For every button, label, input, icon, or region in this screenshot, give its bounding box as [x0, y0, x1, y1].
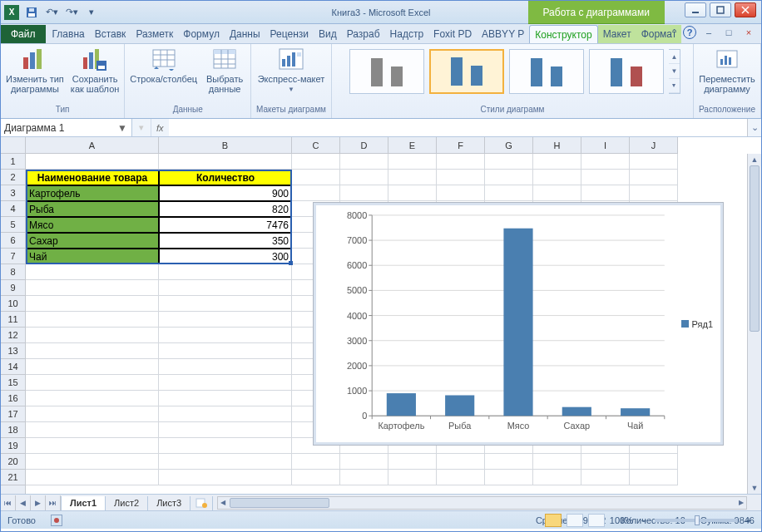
mdi-close-icon[interactable]: × [741, 27, 756, 38]
tab-Данны[interactable]: Данны [225, 25, 265, 43]
cell-B7[interactable]: 300 [159, 249, 292, 264]
tab-Формул[interactable]: Формул [178, 25, 225, 43]
sheet-nav-next-icon[interactable]: ▶ [31, 495, 46, 510]
row-header-21[interactable]: 21 [1, 470, 25, 485]
cell-J20[interactable] [630, 454, 678, 470]
row-header-17[interactable]: 17 [1, 406, 25, 422]
name-box[interactable]: Диаграмма 1 ▼ [1, 119, 132, 136]
cell-A18[interactable] [26, 422, 159, 438]
scroll-down-icon[interactable]: ▼ [748, 482, 761, 494]
row-header-13[interactable]: 13 [1, 343, 25, 359]
cell-I2[interactable] [581, 170, 630, 185]
cell-B2[interactable]: Количество [159, 170, 292, 185]
vertical-scrollbar[interactable]: ▲ ▼ [747, 154, 761, 494]
tab-Foxit PD[interactable]: Foxit PD [428, 25, 477, 43]
cell-B16[interactable] [159, 391, 292, 406]
row-header-6[interactable]: 6 [1, 233, 25, 249]
cell-B17[interactable] [159, 406, 292, 422]
row-header-10[interactable]: 10 [1, 296, 25, 312]
cell-C2[interactable] [292, 170, 340, 185]
cell-B19[interactable] [159, 438, 292, 454]
cell-F3[interactable] [437, 185, 485, 201]
cell-E21[interactable] [388, 470, 437, 485]
formula-input[interactable] [169, 119, 747, 136]
cell-B20[interactable] [159, 454, 292, 470]
new-sheet-button[interactable] [190, 496, 213, 511]
zoom-slider[interactable] [655, 519, 738, 522]
mdi-restore-icon[interactable]: □ [721, 27, 736, 38]
tab-Вид[interactable]: Вид [314, 25, 342, 43]
cell-H21[interactable] [533, 470, 581, 485]
cell-B10[interactable] [159, 296, 292, 312]
cell-B1[interactable] [159, 154, 292, 170]
cell-A21[interactable] [26, 470, 159, 485]
row-header-18[interactable]: 18 [1, 422, 25, 438]
hscroll-left-icon[interactable]: ◀ [218, 497, 228, 509]
cell-C21[interactable] [292, 470, 340, 485]
cell-B14[interactable] [159, 359, 292, 375]
col-header-J[interactable]: J [630, 137, 678, 153]
cell-B3[interactable]: 900 [159, 185, 292, 201]
select-all-corner[interactable] [1, 137, 26, 154]
tab-Главна[interactable]: Главна [47, 25, 90, 43]
cell-A1[interactable] [26, 154, 159, 170]
chart-style-3[interactable] [509, 49, 584, 94]
help-icon[interactable]: ? [683, 26, 696, 39]
sheet-tab-Лист3[interactable]: Лист3 [147, 496, 190, 511]
switch-row-col-button[interactable]: Строка/столбец [130, 46, 197, 84]
cell-G2[interactable] [485, 170, 533, 185]
horizontal-scrollbar[interactable]: ◀ ▶ [217, 496, 747, 510]
col-header-F[interactable]: F [437, 137, 485, 153]
cell-B12[interactable] [159, 328, 292, 343]
cell-B13[interactable] [159, 343, 292, 359]
cell-D2[interactable] [340, 170, 388, 185]
chart-style-4[interactable] [589, 49, 664, 94]
cell-B6[interactable]: 350 [159, 233, 292, 249]
cell-A8[interactable] [26, 264, 159, 280]
chart-style-2[interactable] [429, 49, 504, 94]
quick-layout-button[interactable]: Экспресс-макет ▼ [258, 46, 325, 93]
cell-J3[interactable] [630, 185, 678, 201]
scroll-up-icon[interactable]: ▲ [748, 154, 761, 165]
chart-legend[interactable]: Ряд1 [681, 319, 713, 329]
col-header-G[interactable]: G [485, 137, 533, 153]
zoom-out-button[interactable]: − [638, 515, 650, 525]
cell-B18[interactable] [159, 422, 292, 438]
cell-B5[interactable]: 7476 [159, 217, 292, 233]
chart-style-1[interactable] [349, 49, 424, 94]
row-header-7[interactable]: 7 [1, 249, 25, 264]
cell-B9[interactable] [159, 280, 292, 296]
cell-J1[interactable] [630, 154, 678, 170]
row-header-5[interactable]: 5 [1, 217, 25, 233]
ribbon-minimize-icon[interactable]: ⌃ [670, 27, 678, 38]
cell-H20[interactable] [533, 454, 581, 470]
hscroll-thumb[interactable] [230, 498, 329, 508]
row-header-11[interactable]: 11 [1, 312, 25, 328]
cell-G21[interactable] [485, 470, 533, 485]
file-tab[interactable]: Файл [1, 25, 46, 43]
hscroll-right-icon[interactable]: ▶ [736, 497, 746, 509]
cell-E3[interactable] [388, 185, 437, 201]
cell-A5[interactable]: Мясо [26, 217, 159, 233]
tab-ABBYY P[interactable]: ABBYY P [477, 25, 529, 43]
select-data-button[interactable]: Выбрать данные [204, 46, 245, 94]
cell-A17[interactable] [26, 406, 159, 422]
tab-Конструктор[interactable]: Конструктор [529, 25, 597, 43]
tab-Надстр[interactable]: Надстр [385, 25, 429, 43]
save-as-template-button[interactable]: Сохранить как шаблон [71, 46, 120, 94]
cell-C3[interactable] [292, 185, 340, 201]
cell-B11[interactable] [159, 312, 292, 328]
sheet-tab-Лист2[interactable]: Лист2 [105, 496, 148, 511]
row-header-9[interactable]: 9 [1, 280, 25, 296]
cell-F2[interactable] [437, 170, 485, 185]
cell-H2[interactable] [533, 170, 581, 185]
chart-object[interactable]: 010002000300040005000600070008000Картофе… [313, 202, 724, 446]
cell-I20[interactable] [581, 454, 630, 470]
cell-A13[interactable] [26, 343, 159, 359]
cell-E20[interactable] [388, 454, 437, 470]
cell-G1[interactable] [485, 154, 533, 170]
cell-A4[interactable]: Рыба [26, 201, 159, 217]
cell-C20[interactable] [292, 454, 340, 470]
col-header-B[interactable]: B [159, 137, 292, 153]
move-chart-button[interactable]: Переместить диаграмму [699, 46, 755, 94]
